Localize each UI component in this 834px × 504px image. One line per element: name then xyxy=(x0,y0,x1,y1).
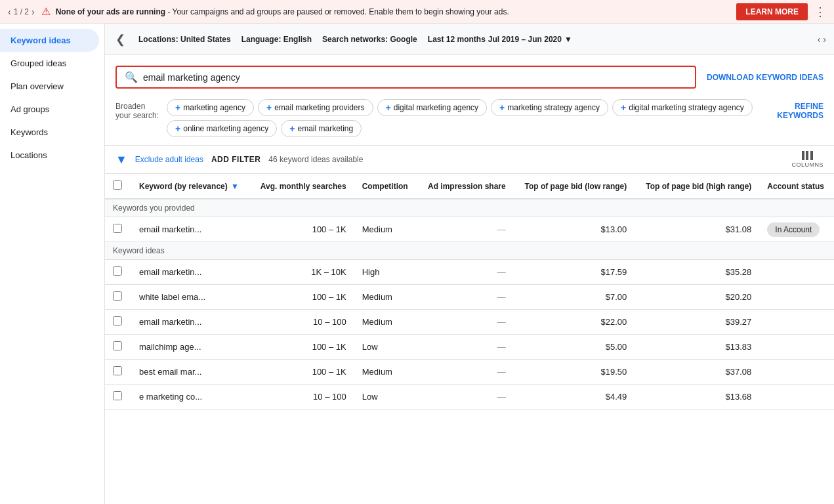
date-range-filter[interactable]: Last 12 months Jul 2019 – Jun 2020 ▼ xyxy=(428,35,572,44)
notif-bold: None of your ads are running xyxy=(56,7,165,16)
locations-filter: Locations: United States xyxy=(138,35,231,44)
chips-container: +marketing agency +email marketing provi… xyxy=(167,99,769,137)
filter-bar: ❮ Locations: United States Language: Eng… xyxy=(105,24,834,55)
table-header-row: Keyword (by relevance) ▼ Avg. monthly se… xyxy=(105,174,834,199)
table-row: e marketing co... 10 – 100 Low — $4.49 $… xyxy=(105,385,834,410)
row-checkbox[interactable] xyxy=(113,316,122,326)
sidebar-item-plan-overview[interactable]: Plan overview xyxy=(0,75,99,98)
chip-digital-marketing-strategy-agency[interactable]: +digital marketing strategy agency xyxy=(612,99,753,116)
row-checkbox[interactable] xyxy=(113,224,122,233)
bid-high-cell: $31.08 xyxy=(635,217,759,242)
notification-bar: ‹ 1 / 2 › ⚠ None of your ads are running… xyxy=(0,0,834,24)
notif-rest: - Your campaigns and ad groups are pause… xyxy=(165,7,509,16)
ideas-count: 46 keyword ideas available xyxy=(268,155,363,164)
chip-online-marketing-agency[interactable]: +online marketing agency xyxy=(167,120,277,137)
search-box: 🔍 xyxy=(115,66,696,89)
keyword-cell: e marketing co... xyxy=(131,385,250,410)
table-row: email marketin... 100 – 1K Medium — $13.… xyxy=(105,217,834,242)
competition-cell: Medium xyxy=(354,217,418,242)
ad-share-cell: — xyxy=(417,217,514,242)
filter-icon: ▼ xyxy=(115,153,127,167)
section-header-label: Keywords you provided xyxy=(105,199,834,217)
keywords-table-container: Keyword (by relevance) ▼ Avg. monthly se… xyxy=(105,174,834,504)
search-area: 🔍 DOWNLOAD KEYWORD IDEAS xyxy=(105,55,834,94)
table-row: best email mar... 100 – 1K Medium — $19.… xyxy=(105,360,834,385)
header-account-status: Account status xyxy=(759,174,834,199)
select-all-checkbox[interactable] xyxy=(113,180,122,190)
language-filter: Language: English xyxy=(241,35,312,44)
row-checkbox-cell xyxy=(105,217,131,242)
header-keyword[interactable]: Keyword (by relevance) ▼ xyxy=(131,174,250,199)
keyword-cell: mailchimp age... xyxy=(131,335,250,360)
warning-icon: ⚠ xyxy=(41,5,51,18)
main-content: ❮ Locations: United States Language: Eng… xyxy=(105,24,834,504)
columns-button[interactable]: COLUMNS xyxy=(791,151,824,168)
chip-marketing-agency[interactable]: +marketing agency xyxy=(167,99,254,116)
notification-text: None of your ads are running - Your camp… xyxy=(56,7,737,16)
table-row: email marketin... 1K – 10K High — $17.59… xyxy=(105,260,834,285)
learn-more-button[interactable]: LEARN MORE xyxy=(736,3,808,20)
search-networks-filter: Search networks: Google xyxy=(322,35,417,44)
section-header-label: Keyword ideas xyxy=(105,242,834,260)
table-row: white label ema... 100 – 1K Medium — $7.… xyxy=(105,285,834,310)
sidebar: Keyword ideas Grouped ideas Plan overvie… xyxy=(0,24,105,504)
header-ad-impression-share[interactable]: Ad impression share xyxy=(417,174,514,199)
columns-icon xyxy=(802,151,814,160)
date-prev-button[interactable]: ‹ xyxy=(818,34,821,45)
header-bid-low[interactable]: Top of page bid (low range) xyxy=(514,174,635,199)
avg-searches-cell: 100 – 1K xyxy=(250,217,354,242)
keyword-cell: best email mar... xyxy=(131,360,250,385)
collapse-button[interactable]: ❮ xyxy=(113,30,128,49)
sidebar-item-grouped-ideas[interactable]: Grouped ideas xyxy=(0,52,99,75)
keyword-cell: white label ema... xyxy=(131,285,250,310)
status-cell: In Account xyxy=(759,217,834,242)
table-toolbar: ▼ Exclude adult ideas ADD FILTER 46 keyw… xyxy=(105,146,834,174)
section-keyword-ideas: Keyword ideas xyxy=(105,242,834,260)
section-keywords-provided: Keywords you provided xyxy=(105,199,834,217)
chip-digital-marketing-agency[interactable]: +digital marketing agency xyxy=(377,99,488,116)
broaden-label: Broaden your search: xyxy=(115,99,159,120)
header-competition[interactable]: Competition xyxy=(354,174,418,199)
notif-prev-button[interactable]: ‹ xyxy=(8,7,11,17)
broaden-search-section: Broaden your search: +marketing agency +… xyxy=(105,94,834,146)
bid-low-cell: $13.00 xyxy=(514,217,635,242)
notification-nav: ‹ 1 / 2 › xyxy=(8,7,35,17)
sidebar-item-keyword-ideas[interactable]: Keyword ideas xyxy=(0,29,99,52)
keyword-cell: email marketin... xyxy=(131,310,250,335)
sidebar-item-locations[interactable]: Locations xyxy=(0,144,99,167)
chip-email-marketing-providers[interactable]: +email marketing providers xyxy=(258,99,373,116)
date-nav-arrows: ‹ › xyxy=(818,34,826,45)
notif-next-button[interactable]: › xyxy=(31,7,35,17)
chevron-down-icon: ▼ xyxy=(564,35,572,44)
table-row: email marketin... 10 – 100 Medium — $22.… xyxy=(105,310,834,335)
search-icon: 🔍 xyxy=(125,71,138,83)
row-checkbox[interactable] xyxy=(113,266,122,276)
row-checkbox[interactable] xyxy=(113,366,122,375)
table-body: Keywords you provided email marketin... … xyxy=(105,199,834,410)
keyword-cell: email marketin... xyxy=(131,260,250,285)
add-filter-button[interactable]: ADD FILTER xyxy=(211,155,261,164)
search-wrapper: 🔍 xyxy=(115,66,696,89)
row-checkbox[interactable] xyxy=(113,341,122,350)
notif-page: 1 / 2 xyxy=(14,7,29,16)
row-checkbox[interactable] xyxy=(113,291,122,301)
header-checkbox-cell xyxy=(105,174,131,199)
more-options-icon[interactable]: ⋮ xyxy=(814,5,826,19)
keywords-table: Keyword (by relevance) ▼ Avg. monthly se… xyxy=(105,174,834,410)
table-row: mailchimp age... 100 – 1K Low — $5.00 $1… xyxy=(105,335,834,360)
chip-marketing-strategy-agency[interactable]: +marketing strategy agency xyxy=(491,99,608,116)
sort-arrow-icon: ▼ xyxy=(231,182,239,191)
exclude-adults-link[interactable]: Exclude adult ideas xyxy=(135,155,203,164)
header-bid-high[interactable]: Top of page bid (high range) xyxy=(635,174,759,199)
row-checkbox[interactable] xyxy=(113,391,122,400)
refine-keywords-button[interactable]: REFINE KEYWORDS xyxy=(777,99,824,120)
columns-label: COLUMNS xyxy=(791,161,824,168)
date-next-button[interactable]: › xyxy=(823,34,826,45)
sidebar-item-keywords[interactable]: Keywords xyxy=(0,121,99,144)
chip-email-marketing[interactable]: +email marketing xyxy=(281,120,362,137)
in-account-badge: In Account xyxy=(767,222,820,237)
sidebar-item-ad-groups[interactable]: Ad groups xyxy=(0,98,99,121)
download-keyword-ideas-button[interactable]: DOWNLOAD KEYWORD IDEAS xyxy=(707,73,824,82)
search-input[interactable] xyxy=(143,72,687,83)
header-avg-searches[interactable]: Avg. monthly searches xyxy=(250,174,354,199)
